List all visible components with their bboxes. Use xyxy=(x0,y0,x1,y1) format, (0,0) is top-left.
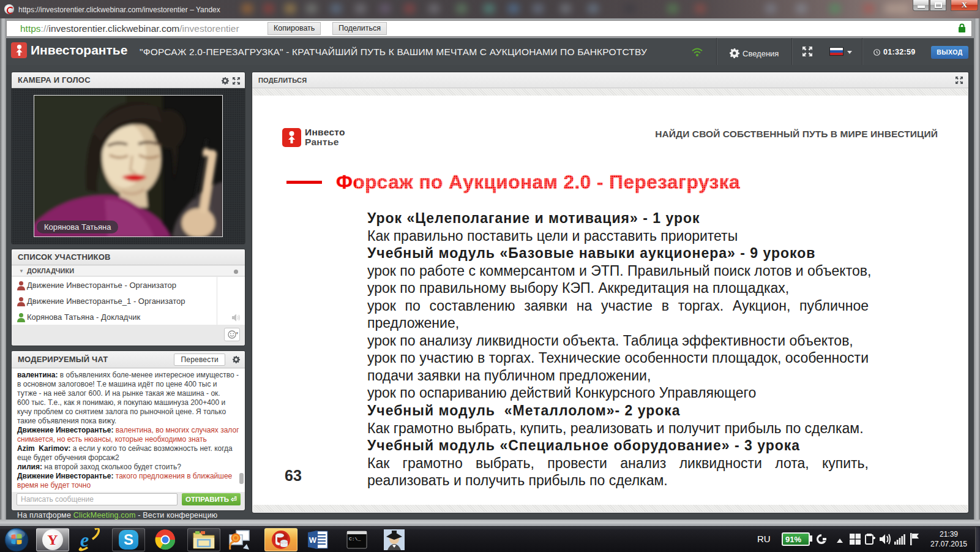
svg-text:W: W xyxy=(309,535,317,545)
svg-text:C:\_: C:\_ xyxy=(349,536,361,542)
